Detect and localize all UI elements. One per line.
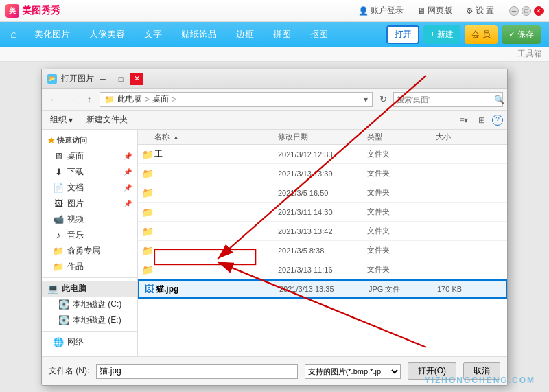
- sidebar-item-download[interactable]: ⬇ 下载 📌: [42, 164, 137, 180]
- sidebar-item-network[interactable]: 🌐 网络: [42, 334, 137, 350]
- new-btn[interactable]: + 新建: [423, 25, 460, 44]
- dialog-window-controls: ─ □ ✕: [94, 73, 143, 85]
- app-bar-right: 👤 账户登录 🖥 网页版 ⚙ 设 置 ─ □ ✕: [354, 3, 544, 18]
- folder-icon-3: 📁: [141, 207, 154, 218]
- nav-home-btn[interactable]: ⌂: [3, 23, 25, 45]
- file-date-7: 2021/3/13 13:35: [279, 285, 369, 293]
- sidebar-item-special[interactable]: 📁 俞勇专属: [42, 243, 137, 259]
- file-row-2[interactable]: 📁 2021/3/5 16:50 文件夹: [138, 183, 507, 203]
- pin-icon2: 📌: [124, 168, 132, 176]
- sidebar-item-pictures[interactable]: 🖼 图片 📌: [42, 196, 137, 211]
- breadcrumb-dropdown[interactable]: ▾: [364, 95, 368, 104]
- breadcrumb-sep2: >: [172, 95, 176, 104]
- nav-cutout[interactable]: 抠图: [301, 23, 338, 45]
- dialog-title-bar: 📂 打开图片 ─ □ ✕: [42, 69, 507, 89]
- file-row-3[interactable]: 📁 2021/3/11 14:30 文件夹: [138, 203, 507, 222]
- refresh-btn[interactable]: ↻: [375, 92, 390, 107]
- view-grid-btn[interactable]: ⊞: [474, 113, 489, 128]
- file-row-5[interactable]: 📁 2021/3/5 8:38 文件夹: [138, 241, 507, 260]
- sidebar-item-works[interactable]: 📁 作品: [42, 259, 137, 275]
- breadcrumb[interactable]: 📁 此电脑 > 桌面 > ▾: [100, 92, 373, 107]
- dialog-title-icon: 📂: [47, 74, 57, 84]
- dialog-minimize-btn[interactable]: ─: [94, 73, 112, 85]
- breadcrumb-pc: 此电脑: [117, 93, 142, 105]
- file-type-4: 文件夹: [367, 226, 436, 236]
- new-folder-btn[interactable]: 新建文件夹: [82, 113, 132, 127]
- nav-stickers[interactable]: 贴纸饰品: [172, 23, 226, 45]
- pin-icon3: 📌: [124, 184, 132, 192]
- up-btn[interactable]: ↑: [82, 92, 97, 107]
- dialog-title-text: 打开图片: [61, 73, 94, 84]
- sidebar-item-music[interactable]: ♪ 音乐: [42, 227, 137, 243]
- folder-icon-2: 📁: [141, 187, 154, 198]
- forward-btn[interactable]: →: [64, 92, 79, 107]
- this-pc-icon: 💻: [47, 284, 58, 294]
- dialog-close-btn[interactable]: ✕: [130, 73, 143, 85]
- file-date-5: 2021/3/5 8:38: [278, 246, 367, 255]
- file-type-0: 文件夹: [367, 149, 436, 159]
- filename-input[interactable]: [96, 364, 297, 379]
- file-date-0: 2021/3/12 12:33: [278, 150, 367, 159]
- file-type-7: JPG 文件: [369, 284, 437, 295]
- col-type-header[interactable]: 类型: [367, 132, 436, 142]
- nav-beauty[interactable]: 人像美容: [80, 23, 135, 45]
- document-icon: 📄: [53, 183, 64, 193]
- col-date-header[interactable]: 修改日期: [278, 132, 367, 142]
- nav-border[interactable]: 边框: [226, 23, 264, 45]
- monitor-icon-btn[interactable]: 🖥 网页版: [413, 3, 456, 18]
- toolbar-right: ≡▾ ⊞ ?: [456, 113, 503, 128]
- dialog-maximize-btn[interactable]: □: [112, 73, 130, 85]
- file-row-0[interactable]: 📁 工 2021/3/12 12:33 文件夹: [138, 145, 507, 164]
- sidebar-item-e-drive[interactable]: 💽 本地磁盘 (E:): [42, 312, 137, 328]
- download-icon: ⬇: [53, 167, 64, 177]
- breadcrumb-folder-icon: 📁: [104, 95, 115, 104]
- sidebar-this-pc[interactable]: 💻 此电脑: [42, 281, 137, 297]
- filetype-select[interactable]: 支持的图片(*.bmp;*.jp: [305, 364, 401, 379]
- window-controls: ─ □ ✕: [509, 6, 544, 16]
- music-icon: ♪: [53, 230, 64, 240]
- toolbox-label: 工具箱: [0, 47, 549, 62]
- help-btn[interactable]: ?: [492, 115, 503, 126]
- sidebar-item-documents[interactable]: 📄 文档 📌: [42, 180, 137, 196]
- address-bar: ← → ↑ 📁 此电脑 > 桌面 > ▾ ↻ 🔍: [42, 89, 507, 111]
- browser-body: ★ 快速访问 🖥 桌面 📌 ⬇ 下载 📌 📄 文档 📌: [42, 130, 507, 356]
- vip-btn[interactable]: 会 员: [465, 25, 497, 44]
- open-file-dialog: 📂 打开图片 ─ □ ✕ ← → ↑ 📁 此电脑 > 桌面 > ▾ ↻: [41, 69, 508, 386]
- search-input[interactable]: [394, 95, 494, 104]
- settings-btn[interactable]: ⚙ 设 置: [462, 3, 498, 18]
- account-btn[interactable]: 👤 账户登录: [354, 3, 408, 18]
- file-row-7[interactable]: 🖼 猫.jpg 2021/3/13 13:35 JPG 文件 170 KB: [138, 279, 507, 299]
- search-icon[interactable]: 🔍: [494, 92, 504, 107]
- file-row-4[interactable]: 📁 2021/3/13 13:42 文件夹: [138, 222, 507, 241]
- file-name-7: 猫.jpg: [156, 284, 279, 295]
- account-icon: 👤: [358, 6, 369, 16]
- sidebar-item-desktop[interactable]: 🖥 桌面 📌: [42, 148, 137, 164]
- minimize-btn[interactable]: ─: [509, 6, 519, 16]
- nav-beautify[interactable]: 美化图片: [25, 23, 80, 45]
- videos-icon: 📹: [53, 214, 64, 224]
- app-title: 美图秀秀: [22, 5, 60, 17]
- open-btn[interactable]: 打开: [386, 25, 419, 44]
- e-drive-icon: 💽: [58, 315, 69, 325]
- file-row-6[interactable]: 📁 2021/3/13 11:16 文件夹: [138, 260, 507, 279]
- folder-icon-0: 📁: [141, 149, 154, 160]
- file-type-5: 文件夹: [367, 245, 436, 255]
- nav-text[interactable]: 文字: [135, 23, 172, 45]
- save-btn[interactable]: ✓ 保存: [502, 25, 541, 44]
- nav-mosaic[interactable]: 拼图: [264, 23, 301, 45]
- file-date-6: 2021/3/13 11:16: [278, 266, 367, 274]
- col-size-header[interactable]: 大小: [436, 132, 491, 142]
- sort-arrow: ▲: [173, 134, 179, 141]
- organize-btn[interactable]: 组织 ▾: [46, 113, 77, 127]
- breadcrumb-sep1: >: [145, 95, 150, 104]
- file-size-7: 170 KB: [437, 285, 492, 293]
- sidebar-item-videos[interactable]: 📹 视频: [42, 211, 137, 227]
- desktop-icon: 🖥: [53, 151, 64, 161]
- sidebar-item-c-drive[interactable]: 💽 本地磁盘 (C:): [42, 297, 137, 312]
- view-list-btn[interactable]: ≡▾: [456, 113, 471, 128]
- close-btn[interactable]: ✕: [534, 6, 544, 16]
- maximize-btn[interactable]: □: [522, 6, 531, 16]
- col-name-header[interactable]: 名称 ▲: [141, 132, 278, 142]
- back-btn[interactable]: ←: [46, 92, 61, 107]
- file-row-1[interactable]: 📁 2021/3/13 13:39 文件夹: [138, 164, 507, 183]
